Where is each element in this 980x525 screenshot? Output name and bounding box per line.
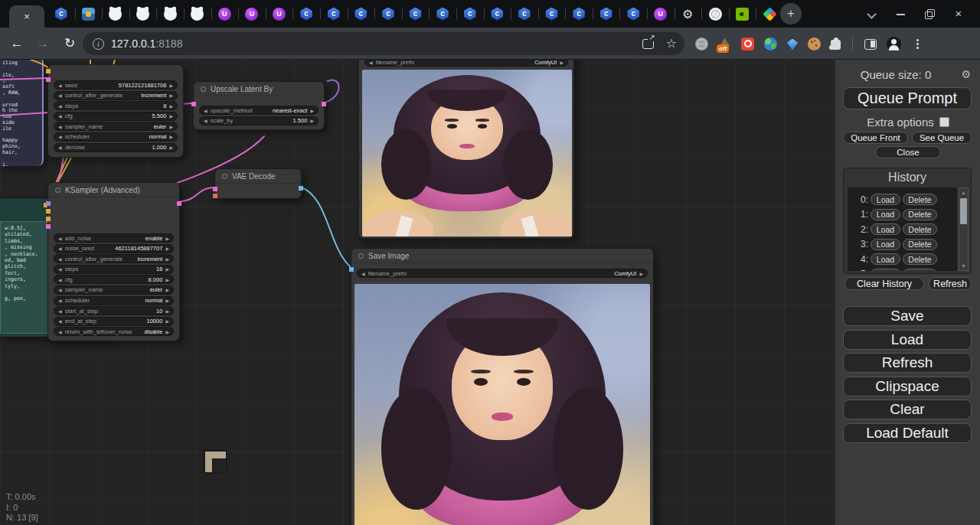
widget-right-arrow-icon[interactable]: ▶ <box>169 124 173 129</box>
node-widget[interactable]: ◀ sampler_name euler ▶ <box>54 285 174 295</box>
widget-left-arrow-icon[interactable]: ◀ <box>58 145 62 150</box>
site-info-icon[interactable]: i <box>93 38 104 50</box>
input-slot[interactable] <box>46 209 51 214</box>
history-delete-button[interactable]: Delete <box>903 194 937 205</box>
widget-right-arrow-icon[interactable]: ▶ <box>560 60 564 65</box>
widget-left-arrow-icon[interactable]: ◀ <box>58 329 62 334</box>
url-text[interactable]: 127.0.0.1:8188 <box>111 38 182 50</box>
widget-right-arrow-icon[interactable]: ▶ <box>165 329 169 334</box>
close-window-icon[interactable]: × <box>954 9 963 18</box>
pinned-tab[interactable] <box>429 0 456 28</box>
history-delete-button[interactable]: Delete <box>903 239 937 250</box>
widget-left-arrow-icon[interactable]: ◀ <box>58 308 62 314</box>
node-widget[interactable]: ◀ sampler_name euler ▶ <box>54 122 178 131</box>
pinned-tab[interactable] <box>756 0 783 28</box>
widget-right-arrow-icon[interactable]: ▶ <box>165 246 169 251</box>
widget-left-arrow-icon[interactable]: ◀ <box>369 60 373 65</box>
pinned-tab[interactable] <box>647 0 675 28</box>
menu-button[interactable]: Clipspace <box>843 377 972 396</box>
ksampler-advanced-node[interactable]: KSampler (Advanced) ◀ add_noise enable ▶… <box>47 182 180 341</box>
output-slot[interactable] <box>177 201 181 206</box>
pinned-tab[interactable] <box>320 0 348 28</box>
history-scrollbar[interactable]: ▲ ▼ <box>959 188 969 271</box>
collapse-dot-icon[interactable] <box>201 86 206 92</box>
node-widget[interactable]: ◀ filename_prefix ComfyUI ▶ <box>364 60 568 67</box>
gem-extension-icon[interactable] <box>787 39 798 51</box>
history-load-button[interactable]: Load <box>871 239 900 250</box>
widget-left-arrow-icon[interactable]: ◀ <box>58 83 62 88</box>
pinned-tab[interactable] <box>184 0 211 28</box>
widget-left-arrow-icon[interactable]: ◀ <box>58 124 62 129</box>
node-widget[interactable]: ◀ start_at_step 10 ▶ <box>54 306 174 315</box>
widget-right-arrow-icon[interactable]: ▶ <box>165 318 169 324</box>
input-slot[interactable] <box>46 201 51 206</box>
node-widget[interactable]: ◀ control_after_generate increment ▶ <box>54 91 178 100</box>
collapse-dot-icon[interactable] <box>222 174 227 179</box>
pinned-tab[interactable] <box>538 0 566 28</box>
pinned-tab[interactable] <box>129 0 157 28</box>
widget-left-arrow-icon[interactable]: ◀ <box>58 266 62 272</box>
earth-extension-icon[interactable] <box>764 38 777 51</box>
widget-right-arrow-icon[interactable]: ▶ <box>310 108 314 113</box>
queue-front-button[interactable]: Queue Front <box>843 132 908 144</box>
history-delete-button[interactable]: Delete <box>903 253 937 265</box>
generated-image-preview[interactable] <box>354 284 650 525</box>
settings-gear-icon[interactable]: ⚙ <box>961 68 971 80</box>
menu-button[interactable]: Save <box>843 306 972 326</box>
output-slot[interactable] <box>299 186 303 191</box>
pinned-tab[interactable] <box>266 0 293 28</box>
widget-right-arrow-icon[interactable]: ▶ <box>165 256 169 262</box>
refresh-history-button[interactable]: Refresh <box>929 277 972 290</box>
group-corner-handle[interactable] <box>205 452 226 472</box>
widget-right-arrow-icon[interactable]: ▶ <box>169 103 173 109</box>
history-load-button[interactable]: Load <box>871 253 900 265</box>
vae-decode-node[interactable]: VAE Decode <box>214 168 302 199</box>
input-slot[interactable] <box>213 194 217 198</box>
history-load-button[interactable]: Load <box>871 194 900 205</box>
widget-left-arrow-icon[interactable]: ◀ <box>58 277 62 282</box>
upscale-latent-node[interactable]: Upscale Latent By ◀ upscale_method neare… <box>193 81 325 130</box>
widget-left-arrow-icon[interactable]: ◀ <box>58 298 62 303</box>
node-widget[interactable]: ◀ upscale_method nearest-exact ▶ <box>199 106 318 115</box>
scroll-down-icon[interactable]: ▼ <box>959 263 968 269</box>
profile-avatar[interactable] <box>887 37 901 51</box>
share-icon[interactable] <box>642 39 654 49</box>
address-bar[interactable]: i 127.0.0.1:8188 ☆ <box>83 32 684 55</box>
node-widget[interactable]: ◀ steps 8 ▶ <box>54 101 178 110</box>
widget-left-arrow-icon[interactable]: ◀ <box>204 118 207 123</box>
pinned-tab[interactable] <box>729 0 756 28</box>
ksampler-node[interactable]: ◀ seed 578122121881706 ▶ ◀ control_after… <box>47 64 184 158</box>
pinned-tab[interactable] <box>374 0 402 28</box>
input-slot[interactable] <box>46 77 51 82</box>
input-slot[interactable] <box>46 224 51 229</box>
pinned-tab[interactable] <box>47 0 75 28</box>
comfyui-graph-canvas[interactable]: iling ile, , soft , RAW, urred h the led… <box>0 60 835 525</box>
widget-left-arrow-icon[interactable]: ◀ <box>58 103 62 109</box>
collapse-dot-icon[interactable] <box>55 188 60 193</box>
input-slot[interactable] <box>349 267 354 272</box>
menu-button[interactable]: Load <box>843 330 972 350</box>
widget-right-arrow-icon[interactable]: ▶ <box>169 134 173 139</box>
widget-right-arrow-icon[interactable]: ▶ <box>639 271 643 276</box>
menu-button[interactable]: Refresh <box>843 353 972 373</box>
pinned-tab[interactable] <box>701 0 729 28</box>
node-widget[interactable]: ◀ add_noise enable ▶ <box>54 233 174 243</box>
see-queue-button[interactable]: See Queue <box>912 132 972 144</box>
clip-text-encode-positive-node[interactable]: iling ile, , soft , RAW, urred h the led… <box>0 60 44 166</box>
history-delete-button[interactable]: Delete <box>903 209 937 220</box>
history-load-button[interactable]: Load <box>871 269 900 271</box>
node-widget[interactable]: ◀ steps 16 ▶ <box>54 265 174 274</box>
collapse-dot-icon[interactable] <box>358 253 364 259</box>
history-delete-button[interactable]: Delete <box>903 223 937 235</box>
node-widget[interactable]: ◀ scheduler normal ▶ <box>54 132 178 142</box>
widget-left-arrow-icon[interactable]: ◀ <box>58 93 62 98</box>
node-widget[interactable]: ◀ control_after_generate increment ▶ <box>54 254 174 263</box>
widget-left-arrow-icon[interactable]: ◀ <box>58 236 62 241</box>
active-tab[interactable]: × <box>9 5 44 28</box>
node-widget[interactable]: ◀ seed 578122121881706 ▶ <box>54 80 178 90</box>
node-widget[interactable]: ◀ end_at_step 10000 ▶ <box>54 317 174 326</box>
pinned-tab[interactable] <box>238 0 266 28</box>
widget-left-arrow-icon[interactable]: ◀ <box>58 256 62 262</box>
input-slot[interactable] <box>191 102 196 106</box>
pinned-tab[interactable] <box>619 0 647 28</box>
